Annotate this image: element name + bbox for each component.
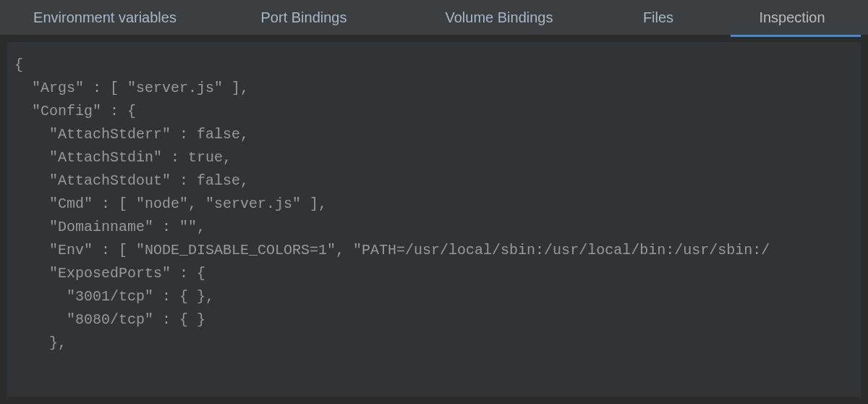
tab-inspection[interactable]: Inspection xyxy=(716,0,868,35)
json-line: "Cmd" : [ "node", "server.js" ], xyxy=(14,195,327,212)
tab-label: Environment variables xyxy=(33,9,176,26)
tab-label: Volume Bindings xyxy=(446,9,553,26)
json-line: "3001/tcp" : { }, xyxy=(14,288,214,305)
json-line: "Args" : [ "server.js" ], xyxy=(14,80,249,96)
tab-port-bindings[interactable]: Port Bindings xyxy=(210,0,398,35)
json-line: "Env" : [ "NODE_DISABLE_COLORS=1", "PATH… xyxy=(14,242,770,258)
json-line: "Domainname" : "", xyxy=(14,219,205,235)
json-line: }, xyxy=(14,334,67,351)
json-line: "AttachStdin" : true, xyxy=(14,149,231,166)
tab-files[interactable]: Files xyxy=(600,0,716,35)
content-wrapper: { "Args" : [ "server.js" ], "Config" : {… xyxy=(0,35,868,397)
tab-label: Files xyxy=(643,9,673,26)
tab-label: Inspection xyxy=(759,9,825,26)
json-line: "8080/tcp" : { } xyxy=(14,311,205,328)
json-line: "Config" : { xyxy=(14,103,136,119)
json-viewer[interactable]: { "Args" : [ "server.js" ], "Config" : {… xyxy=(7,42,861,397)
tab-environment-variables[interactable]: Environment variables xyxy=(0,0,210,35)
tab-bar: Environment variables Port Bindings Volu… xyxy=(0,0,868,35)
json-line: { xyxy=(14,56,23,73)
json-line: "AttachStderr" : false, xyxy=(14,126,249,143)
tab-volume-bindings[interactable]: Volume Bindings xyxy=(398,0,600,35)
json-line: "ExposedPorts" : { xyxy=(14,265,205,282)
tab-label: Port Bindings xyxy=(261,9,347,26)
json-line: "AttachStdout" : false, xyxy=(14,172,249,189)
